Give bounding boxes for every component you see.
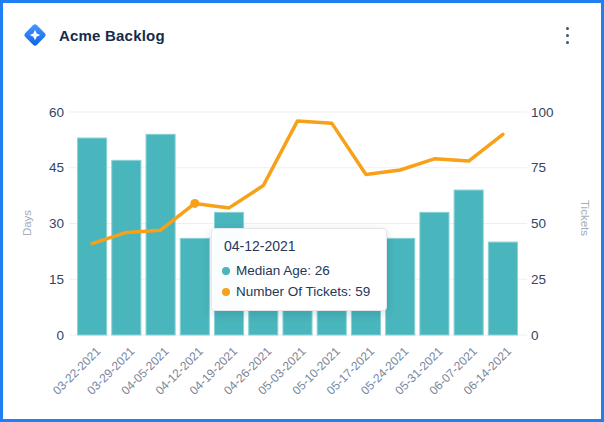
y-left-axis-name: Days	[21, 210, 33, 236]
app-logo-icon	[22, 22, 48, 48]
y-right-tick-label: 25	[531, 272, 546, 287]
y-right-tick-label: 100	[531, 105, 554, 120]
bar-median-age[interactable]	[180, 238, 209, 335]
y-left-tick-label: 30	[49, 216, 64, 231]
tooltip-item-text: Number Of Tickets: 59	[236, 284, 370, 299]
app-title: Acme Backlog	[59, 27, 165, 44]
median-age-dot	[222, 267, 230, 275]
tooltip-date: 04-12-2021	[224, 238, 374, 254]
bar-median-age[interactable]	[249, 309, 278, 335]
bar-median-age[interactable]	[317, 309, 346, 335]
tooltip-item-tickets: Number Of Tickets: 59	[222, 284, 374, 299]
bar-median-age[interactable]	[420, 212, 449, 335]
chart-tooltip: 04-12-2021 Median Age: 26 Number Of Tick…	[211, 228, 387, 311]
y-right-tick-label: 50	[531, 216, 546, 231]
bar-median-age[interactable]	[488, 242, 517, 335]
y-left-tick-label: 45	[49, 160, 64, 175]
bar-median-age[interactable]	[78, 138, 107, 335]
overflow-menu-button[interactable]	[556, 22, 578, 48]
tickets-dot	[222, 288, 230, 296]
backlog-combo-chart[interactable]: 0015253050457560100DaysTickets03-22-2021…	[0, 0, 604, 422]
bar-median-age[interactable]	[112, 160, 141, 335]
kebab-dot	[566, 41, 569, 44]
hovered-point-marker[interactable]	[190, 199, 199, 208]
tooltip-item-text: Median Age: 26	[236, 263, 330, 278]
tooltip-item-median-age: Median Age: 26	[222, 263, 374, 278]
y-left-tick-label: 60	[49, 105, 64, 120]
bar-median-age[interactable]	[454, 190, 483, 335]
bar-median-age[interactable]	[351, 309, 380, 335]
y-left-tick-label: 0	[56, 328, 64, 343]
card-header: Acme Backlog	[22, 20, 590, 50]
y-right-tick-label: 75	[531, 160, 546, 175]
kebab-dot	[566, 27, 569, 30]
y-right-axis-name: Tickets	[579, 200, 591, 236]
y-right-tick-label: 0	[531, 328, 539, 343]
bar-median-age[interactable]	[283, 309, 312, 335]
acme-backlog-card: Acme Backlog 0015253050457560100DaysTick…	[0, 0, 604, 422]
bar-median-age[interactable]	[386, 238, 415, 335]
y-left-tick-label: 15	[49, 272, 64, 287]
kebab-dot	[566, 34, 569, 37]
bar-median-age[interactable]	[146, 134, 175, 335]
